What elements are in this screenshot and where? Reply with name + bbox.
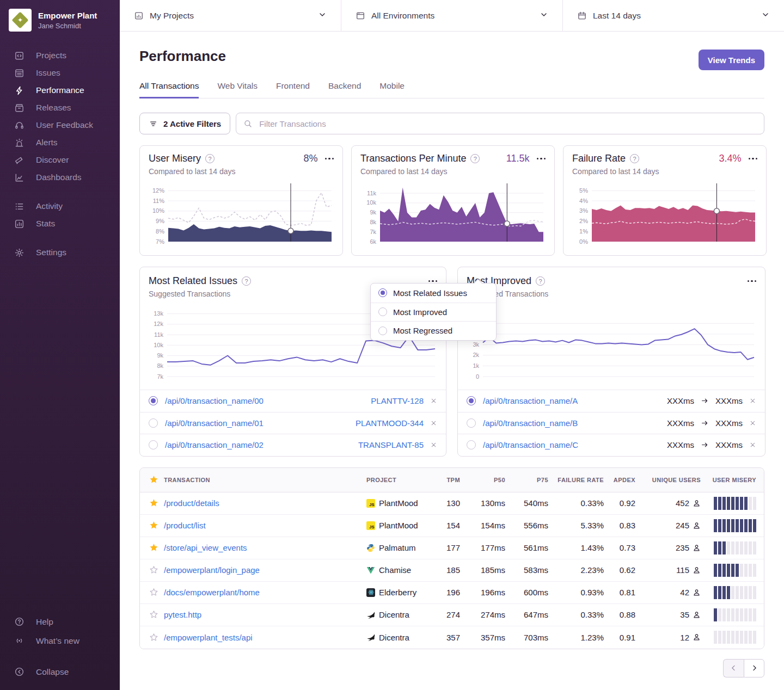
row-radio[interactable] <box>467 418 476 428</box>
dropdown-option-most-related-issues[interactable]: Most Related Issues <box>371 284 496 303</box>
sidebar-item-settings[interactable]: Settings <box>0 244 120 261</box>
transaction-link[interactable]: /api/0/transaction_name/01 <box>165 418 264 428</box>
sidebar-item-what-s-new[interactable]: What’s new <box>0 631 120 650</box>
pagination-prev-button[interactable] <box>723 659 744 677</box>
issue-link[interactable]: TRANSPLANT-85 <box>358 440 424 449</box>
col-p50[interactable]: P50 <box>460 477 505 483</box>
transaction-link[interactable]: /empowerplant/login_page <box>164 565 260 575</box>
close-icon[interactable] <box>749 420 756 427</box>
option-radio[interactable] <box>378 307 387 316</box>
sidebar-item-discover[interactable]: Discover <box>0 151 120 169</box>
active-filters-button[interactable]: 2 Active Filters <box>139 113 230 134</box>
sidebar-item-stats[interactable]: Stats <box>0 215 120 232</box>
sidebar-item-issues[interactable]: Issues <box>0 64 120 82</box>
star-empty-icon[interactable] <box>140 610 164 619</box>
help-icon[interactable]: ? <box>536 276 545 286</box>
svg-text:8%: 8% <box>156 228 164 235</box>
tab-frontend[interactable]: Frontend <box>276 81 310 98</box>
sidebar-collapse-button[interactable]: Collapse <box>0 662 120 681</box>
help-icon[interactable]: ? <box>470 154 480 163</box>
pagination-next-button[interactable] <box>744 659 764 677</box>
tab-all-transactions[interactable]: All Transactions <box>139 81 199 98</box>
content: Performance View Trends All Transactions… <box>120 32 784 690</box>
sidebar-item-label: Activity <box>36 201 63 211</box>
option-radio[interactable] <box>378 326 387 335</box>
col-p75[interactable]: P75 <box>505 477 548 483</box>
project-name: Palmatum <box>379 543 416 552</box>
tpm-value: 185 <box>421 565 460 575</box>
col-tpm[interactable]: TPM <box>421 477 460 483</box>
sidebar-item-label: Dashboards <box>36 172 82 182</box>
star-empty-icon[interactable] <box>140 565 164 575</box>
row-radio[interactable] <box>149 418 158 428</box>
star-empty-icon[interactable] <box>140 633 164 642</box>
transaction-link[interactable]: /product/list <box>164 521 206 530</box>
help-icon[interactable]: ? <box>205 154 215 163</box>
sidebar-item-activity[interactable]: Activity <box>0 198 120 215</box>
dropdown-option-most-regressed[interactable]: Most Regressed <box>371 321 496 340</box>
col-user-misery[interactable]: USER MISERY <box>701 477 764 483</box>
sidebar-item-user-feedback[interactable]: User Feedback <box>0 116 120 134</box>
row-radio[interactable] <box>467 440 476 449</box>
transaction-link[interactable]: /api/0/transaction_name/B <box>483 418 578 428</box>
project-name: Chamise <box>379 565 411 575</box>
tab-backend[interactable]: Backend <box>328 81 361 98</box>
star-filled-icon[interactable] <box>140 521 164 530</box>
transaction-link[interactable]: /product/details <box>164 498 219 508</box>
org-switcher[interactable]: ✦ Empower Plant Jane Schmidt <box>0 9 120 32</box>
row-radio[interactable] <box>149 440 158 449</box>
more-options-button[interactable] <box>749 158 758 160</box>
col-transaction[interactable]: TRANSACTION <box>164 477 366 483</box>
issue-link[interactable]: PLANTMOOD-344 <box>356 418 424 428</box>
more-options-button[interactable] <box>428 280 438 282</box>
close-icon[interactable] <box>430 441 437 448</box>
help-icon[interactable]: ? <box>242 276 251 286</box>
dropdown-option-most-improved[interactable]: Most Improved <box>371 303 496 322</box>
close-icon[interactable] <box>430 397 437 404</box>
star-filled-icon[interactable] <box>140 543 164 552</box>
col-unique-users[interactable]: UNIQUE USERS <box>635 477 701 483</box>
search-input[interactable] <box>258 119 757 129</box>
close-icon[interactable] <box>430 420 437 427</box>
close-icon[interactable] <box>749 441 756 448</box>
more-options-button[interactable] <box>325 158 334 160</box>
sidebar-item-alerts[interactable]: Alerts <box>0 134 120 151</box>
sidebar-item-dashboards[interactable]: Dashboards <box>0 169 120 186</box>
more-options-button[interactable] <box>748 280 757 282</box>
col-apdex[interactable]: APDEX <box>604 477 635 483</box>
issue-link[interactable]: PLANTTV-128 <box>371 396 424 405</box>
tab-mobile[interactable]: Mobile <box>379 81 405 98</box>
transaction-link[interactable]: pytest.http <box>164 610 201 619</box>
transaction-link[interactable]: /api/0/transaction_name/A <box>483 396 578 405</box>
transaction-link[interactable]: /empowerplant_tests/api <box>164 633 253 642</box>
svg-text:7k: 7k <box>370 229 376 235</box>
transaction-link[interactable]: /api/0/transaction_name/00 <box>165 396 264 405</box>
transaction-link[interactable]: /docs/empowerplant/home <box>164 588 260 597</box>
star-empty-icon[interactable] <box>140 588 164 597</box>
my-projects-picker[interactable]: My Projects <box>120 0 341 31</box>
star-filled-icon[interactable] <box>140 498 164 508</box>
view-trends-button[interactable]: View Trends <box>699 50 764 70</box>
sidebar-item-releases[interactable]: Releases <box>0 99 120 116</box>
more-options-button[interactable] <box>537 158 546 160</box>
col-failure-rate[interactable]: FAILURE RATE <box>548 477 604 483</box>
apdex-value: 0.83 <box>604 521 635 530</box>
project-cell: JSPlantMood <box>366 498 421 508</box>
star-column-header[interactable] <box>140 475 164 484</box>
row-radio[interactable] <box>467 396 476 405</box>
option-radio[interactable] <box>378 288 387 297</box>
col-project[interactable]: PROJECT <box>366 477 421 483</box>
transaction-link[interactable]: /store/api_view_events <box>164 543 247 552</box>
all-environments-picker[interactable]: All Environments <box>341 0 562 31</box>
person-icon <box>693 588 701 597</box>
transaction-link[interactable]: /api/0/transaction_name/C <box>483 440 578 449</box>
sidebar-item-help[interactable]: Help <box>0 612 120 631</box>
sidebar-item-projects[interactable]: Projects <box>0 47 120 64</box>
transaction-link[interactable]: /api/0/transaction_name/02 <box>165 440 264 449</box>
row-radio[interactable] <box>149 396 158 405</box>
tab-web-vitals[interactable]: Web Vitals <box>217 81 258 98</box>
help-icon[interactable]: ? <box>630 154 639 163</box>
last-14-days-picker[interactable]: Last 14 days <box>562 0 784 31</box>
sidebar-item-performance[interactable]: Performance <box>0 82 120 99</box>
close-icon[interactable] <box>749 397 756 404</box>
